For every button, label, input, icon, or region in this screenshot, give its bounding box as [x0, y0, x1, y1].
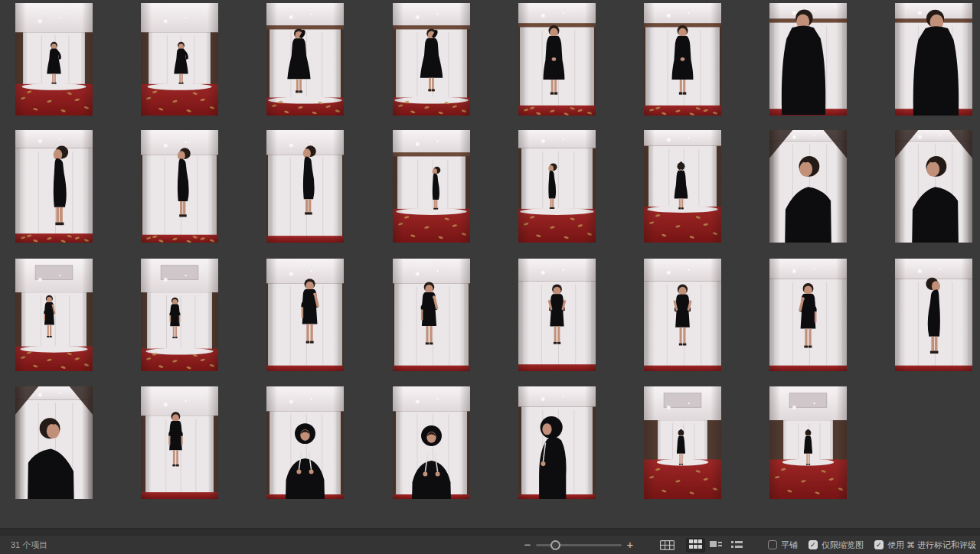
- view-mode-segmented-control: [684, 538, 746, 552]
- item-count-label: 31 个项目: [11, 539, 47, 551]
- list-view-button[interactable]: [727, 538, 746, 552]
- photo-thumbnail-8[interactable]: [895, 3, 972, 116]
- photo-thumbnail-20[interactable]: [393, 259, 470, 371]
- photo-thumbnail-1[interactable]: [15, 3, 93, 116]
- list-view-icon: [731, 540, 743, 550]
- bottom-divider: [0, 528, 980, 536]
- photo-thumbnail-13[interactable]: [518, 130, 596, 243]
- photo-thumbnail-5[interactable]: [518, 3, 596, 116]
- thumbnails-only-checkbox[interactable]: ✓仅限缩览图: [808, 539, 864, 551]
- zoom-in-button[interactable]: +: [623, 539, 637, 550]
- zoom-slider-track: [536, 544, 622, 546]
- photo-thumbnail-28[interactable]: [393, 386, 470, 499]
- photo-thumbnail-23[interactable]: [769, 259, 847, 371]
- status-bar-controls: − + 平铺✓仅限缩览图✓使用 ⌘ 进行标记和评级: [521, 536, 976, 554]
- photo-thumbnail-22[interactable]: [644, 259, 721, 371]
- photo-thumbnail-25[interactable]: [15, 386, 93, 499]
- photo-thumbnail-29[interactable]: [518, 386, 596, 499]
- photo-thumbnail-4[interactable]: [393, 3, 470, 116]
- tile-checkbox[interactable]: 平铺: [768, 539, 798, 551]
- photo-thumbnail-3[interactable]: [266, 3, 344, 116]
- photo-grid: [0, 0, 980, 530]
- photo-thumbnail-10[interactable]: [141, 130, 218, 243]
- grid-view-icon: [689, 539, 702, 550]
- photo-thumbnail-31[interactable]: [769, 386, 847, 499]
- photo-thumbnail-21[interactable]: [518, 259, 596, 371]
- photo-thumbnail-9[interactable]: [15, 130, 93, 243]
- photo-thumbnail-15[interactable]: [769, 130, 847, 243]
- option-checkboxes: 平铺✓仅限缩览图✓使用 ⌘ 进行标记和评级: [757, 539, 976, 551]
- list-with-preview-view-button[interactable]: [707, 538, 726, 552]
- photo-thumbnail-6[interactable]: [644, 3, 721, 116]
- zoom-slider[interactable]: [536, 539, 622, 551]
- photo-thumbnail-7[interactable]: [769, 3, 847, 116]
- photo-thumbnail-18[interactable]: [141, 259, 218, 371]
- photo-thumbnail-26[interactable]: [141, 386, 218, 499]
- grid-view-button[interactable]: [686, 538, 705, 552]
- photo-thumbnail-24[interactable]: [895, 259, 972, 371]
- photo-thumbnail-14[interactable]: [644, 130, 721, 243]
- modifier-rating-checkbox[interactable]: ✓使用 ⌘ 进行标记和评级: [874, 539, 976, 551]
- modifier-rating-checkbox-label: 使用 ⌘ 进行标记和评级: [887, 539, 976, 551]
- photo-thumbnail-12[interactable]: [393, 130, 470, 243]
- tile-checkbox-box[interactable]: [768, 540, 777, 549]
- photo-thumbnail-27[interactable]: [266, 386, 344, 499]
- thumbnails-only-checkbox-box[interactable]: ✓: [808, 540, 818, 549]
- photo-thumbnail-19[interactable]: [266, 259, 344, 371]
- zoom-slider-knob[interactable]: [550, 540, 560, 550]
- photo-thumbnail-16[interactable]: [895, 130, 972, 243]
- grid-toggle-button[interactable]: [658, 538, 677, 552]
- photo-thumbnail-2[interactable]: [141, 3, 218, 116]
- modifier-rating-checkbox-box[interactable]: ✓: [874, 540, 884, 549]
- zoom-out-button[interactable]: −: [521, 539, 534, 550]
- thumbnails-only-checkbox-label: 仅限缩览图: [822, 539, 864, 551]
- tile-checkbox-label: 平铺: [781, 539, 798, 551]
- photo-thumbnail-17[interactable]: [15, 259, 93, 371]
- status-bar: 31 个项目 − + 平铺✓仅限缩览图✓使用 ⌘ 进行标记和评级: [0, 536, 980, 554]
- list-with-preview-view-icon: [710, 539, 722, 550]
- photo-thumbnail-30[interactable]: [644, 386, 721, 499]
- photo-thumbnail-11[interactable]: [266, 130, 344, 243]
